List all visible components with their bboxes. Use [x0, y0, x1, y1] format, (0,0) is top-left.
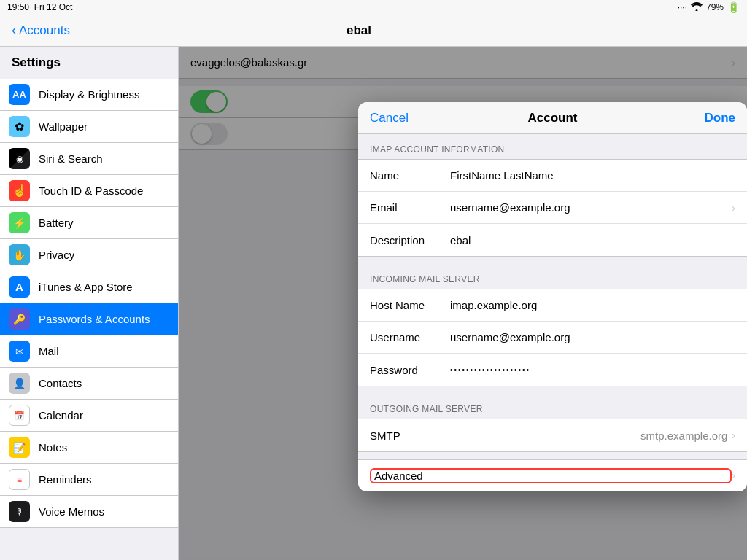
- sidebar-item-label: Contacts: [39, 377, 82, 389]
- imap-section-header: IMAP ACCOUNT INFORMATION: [358, 134, 747, 159]
- sidebar-item-label: Display & Brightness: [39, 88, 139, 101]
- main-content: evaggelos@balaskas.gr ›: [179, 47, 747, 560]
- spacer-3: [358, 452, 747, 459]
- sidebar-item-label: Reminders: [39, 473, 92, 486]
- modal-title: Account: [528, 111, 578, 125]
- status-right: ···· 79% 🔋: [678, 1, 740, 13]
- advanced-chevron-icon: ›: [732, 470, 735, 481]
- passwords-icon: 🔑: [9, 308, 30, 330]
- sidebar-item-reminders[interactable]: ≡ Reminders: [0, 464, 178, 496]
- sidebar-item-label: Siri & Search: [39, 152, 103, 165]
- advanced-row[interactable]: Advanced ›: [358, 459, 747, 491]
- incoming-section-header: INCOMING MAIL SERVER: [358, 264, 747, 289]
- spacer-1: [358, 257, 747, 264]
- privacy-icon: ✋: [9, 244, 30, 265]
- name-label: Name: [370, 169, 450, 182]
- sidebar-header: Settings: [0, 47, 178, 79]
- display-icon: AA: [9, 84, 30, 105]
- modal-card: Cancel Account Done IMAP ACCOUNT INFORMA…: [358, 102, 747, 491]
- modal: Cancel Account Done IMAP ACCOUNT INFORMA…: [358, 96, 747, 560]
- back-chevron-icon: ‹: [12, 23, 16, 38]
- sidebar-item-battery[interactable]: ⚡ Battery: [0, 207, 178, 239]
- sidebar-item-notes[interactable]: 📝 Notes: [0, 432, 178, 464]
- email-value: username@example.org: [450, 201, 732, 214]
- sidebar-item-passwords[interactable]: 🔑 Passwords & Accounts: [0, 303, 178, 335]
- spacer-2: [358, 386, 747, 394]
- sidebar-item-calendar[interactable]: 📅 Calendar: [0, 400, 178, 432]
- sidebar-item-label: Touch ID & Passcode: [39, 184, 143, 197]
- outgoing-group: SMTP smtp.example.org ›: [358, 419, 747, 452]
- sidebar-item-display[interactable]: AA Display & Brightness: [0, 79, 178, 111]
- sidebar-item-label: Notes: [39, 441, 67, 454]
- itunes-icon: A: [9, 276, 30, 298]
- smtp-value: smtp.example.org: [450, 429, 727, 442]
- advanced-label[interactable]: Advanced: [370, 468, 732, 483]
- nav-back[interactable]: ‹ Accounts: [12, 23, 70, 38]
- wifi-icon: [691, 2, 703, 13]
- sidebar-item-label: Privacy: [39, 249, 74, 261]
- battery-icon-sidebar: ⚡: [9, 212, 30, 233]
- modal-nav: Cancel Account Done: [358, 102, 747, 134]
- incoming-group: Host Name imap.example.org Username user…: [358, 289, 747, 386]
- voicememos-icon: 🎙: [9, 501, 30, 522]
- battery-icon: 🔋: [727, 1, 740, 13]
- sidebar-item-privacy[interactable]: ✋ Privacy: [0, 239, 178, 271]
- sidebar-item-touchid[interactable]: ☝ Touch ID & Passcode: [0, 175, 178, 207]
- sidebar-item-label: Battery: [39, 217, 74, 229]
- sidebar-item-label: Passwords & Accounts: [39, 313, 150, 325]
- email-label: Email: [370, 201, 450, 214]
- top-nav-bar: ‹ Accounts ebal: [0, 15, 747, 47]
- siri-icon: ◉: [9, 148, 30, 169]
- username-label: Username: [370, 331, 450, 343]
- sidebar-item-itunes[interactable]: A iTunes & App Store: [0, 271, 178, 303]
- battery-indicator: 79%: [706, 2, 724, 12]
- hostname-value: imap.example.org: [450, 299, 735, 311]
- password-row[interactable]: Password ••••••••••••••••••••: [358, 354, 747, 386]
- wallpaper-icon: ✿: [9, 116, 30, 137]
- email-chevron-icon: ›: [732, 202, 735, 214]
- content-area: Settings AA Display & Brightness ✿ Wallp…: [0, 47, 747, 560]
- description-row: Description ebal: [358, 224, 747, 256]
- status-time: 19:50 Fri 12 Oct: [7, 2, 72, 12]
- signal-icon: ····: [678, 2, 687, 12]
- sidebar-item-label: Voice Memos: [39, 505, 104, 518]
- outgoing-section-header: OUTGOING MAIL SERVER: [358, 394, 747, 419]
- sidebar: Settings AA Display & Brightness ✿ Wallp…: [0, 47, 179, 560]
- description-label: Description: [370, 234, 450, 246]
- name-value: FirstName LastName: [450, 169, 735, 182]
- nav-title: ebal: [347, 23, 371, 38]
- email-row[interactable]: Email username@example.org ›: [358, 192, 747, 224]
- smtp-chevron-icon: ›: [732, 429, 735, 441]
- sidebar-item-label: Calendar: [39, 409, 83, 421]
- sidebar-item-label: Wallpaper: [39, 120, 88, 133]
- sidebar-item-label: Mail: [39, 345, 59, 357]
- username-value: username@example.org: [450, 331, 735, 343]
- sidebar-item-mail[interactable]: ✉ Mail: [0, 335, 178, 368]
- sidebar-item-label: iTunes & App Store: [39, 281, 133, 293]
- contacts-icon: 👤: [9, 373, 30, 394]
- hostname-row: Host Name imap.example.org: [358, 289, 747, 322]
- name-row: Name FirstName LastName: [358, 160, 747, 192]
- done-button[interactable]: Done: [705, 111, 736, 125]
- sidebar-item-voicememos[interactable]: 🎙 Voice Memos: [0, 496, 178, 528]
- sidebar-item-siri[interactable]: ◉ Siri & Search: [0, 143, 178, 175]
- username-row: Username username@example.org: [358, 322, 747, 354]
- smtp-label: SMTP: [370, 429, 450, 442]
- smtp-row[interactable]: SMTP smtp.example.org ›: [358, 419, 747, 451]
- imap-group: Name FirstName LastName Email username@e…: [358, 159, 747, 257]
- password-label: Password: [370, 364, 450, 376]
- password-value: ••••••••••••••••••••: [450, 366, 735, 374]
- calendar-icon: 📅: [9, 405, 30, 426]
- app-container: ‹ Accounts ebal Settings AA Display & Br…: [0, 15, 747, 560]
- sidebar-item-wallpaper[interactable]: ✿ Wallpaper: [0, 111, 178, 143]
- mail-icon: ✉: [9, 341, 30, 362]
- notes-icon: 📝: [9, 437, 30, 458]
- reminders-icon: ≡: [9, 469, 30, 490]
- touchid-icon: ☝: [9, 180, 30, 201]
- cancel-button[interactable]: Cancel: [370, 111, 409, 125]
- nav-back-label[interactable]: Accounts: [19, 23, 70, 38]
- hostname-label: Host Name: [370, 299, 450, 311]
- sidebar-item-contacts[interactable]: 👤 Contacts: [0, 368, 178, 400]
- status-bar: 19:50 Fri 12 Oct ···· 79% 🔋: [0, 0, 747, 15]
- sidebar-title: Settings: [12, 55, 61, 70]
